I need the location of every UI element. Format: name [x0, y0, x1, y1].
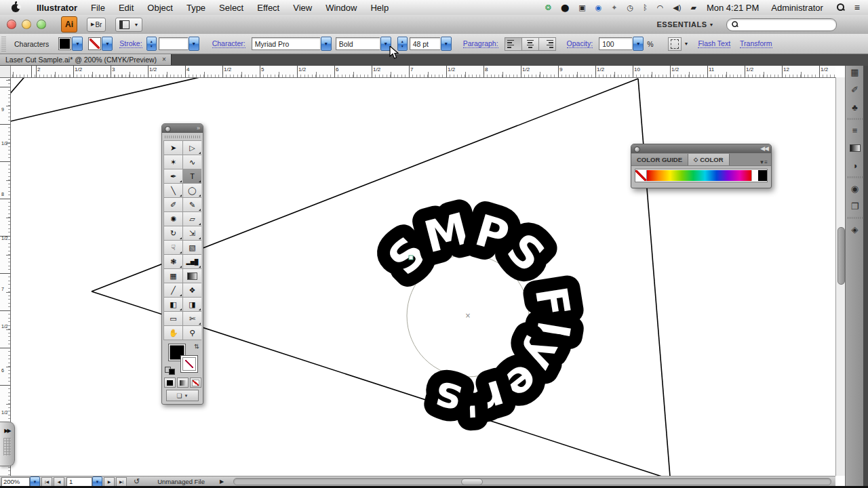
apple-menu-icon[interactable] — [11, 3, 20, 12]
dock-grip-dots[interactable] — [846, 116, 864, 121]
align-left-button[interactable] — [505, 37, 522, 51]
volume-icon[interactable]: ◀) — [668, 0, 686, 15]
arrange-documents-button[interactable]: ▼ — [115, 18, 142, 32]
panel-collapse-icon[interactable]: ◀◀ — [760, 144, 768, 153]
collapsed-panel-drawer[interactable]: ▶▶ — [0, 422, 15, 466]
horizontal-scrollbar[interactable] — [233, 478, 831, 485]
artboard-number-field[interactable]: 1 — [66, 477, 92, 487]
menu-help[interactable]: Help — [363, 3, 395, 13]
symbols-panel-icon[interactable]: ♣ — [846, 98, 864, 116]
dock-grip-dots[interactable] — [846, 174, 864, 180]
document-tab[interactable]: Laser Cut Sample.ai* @ 200% (CMYK/Previe… — [0, 54, 172, 65]
menu-effect[interactable]: Effect — [250, 3, 286, 13]
panel-close-dot-icon[interactable] — [165, 126, 171, 132]
none-paint-button[interactable] — [190, 378, 201, 388]
color-paint-button[interactable] — [164, 378, 176, 388]
fill-color-dropdown[interactable]: ▼ — [72, 37, 83, 51]
artwork-path-segment[interactable] — [10, 77, 27, 94]
battery-icon[interactable]: ▰ — [686, 0, 701, 15]
artboard-dropdown[interactable]: ▼ — [92, 476, 102, 487]
black-swatch[interactable] — [758, 170, 767, 181]
menu-illustrator[interactable]: Illustrator — [30, 3, 84, 13]
stroke-color-dropdown[interactable]: ▼ — [102, 37, 113, 51]
close-window-button[interactable] — [7, 20, 16, 29]
panel-collapse-icon[interactable]: » — [197, 124, 200, 133]
panel-menu-icon[interactable]: ▼≡ — [755, 159, 771, 165]
direct-selection-tool[interactable]: ▷ — [183, 141, 201, 155]
recolor-artwork-button[interactable] — [668, 37, 682, 51]
none-color-swatch[interactable] — [635, 170, 647, 181]
opacity-panel-link[interactable]: Opacity: — [567, 39, 593, 48]
selection-tool[interactable]: ➤ — [164, 141, 182, 155]
previous-artboard-button[interactable]: ◀ — [54, 477, 64, 487]
bluetooth-icon[interactable]: ᛒ — [638, 0, 652, 15]
font-size-combo[interactable]: 48 pt ▼ — [410, 37, 452, 50]
stroke-weight-combo[interactable]: ▼ — [159, 37, 199, 50]
file-status-label[interactable]: Unmanaged File — [157, 478, 205, 485]
eraser-tool[interactable]: ▱ — [183, 212, 201, 226]
document-tab-close-icon[interactable]: × — [162, 56, 166, 63]
paintbrush-tool[interactable]: ✐ — [164, 198, 182, 211]
recolor-dropdown-caret[interactable]: ▼ — [684, 41, 688, 46]
menu-window[interactable]: Window — [319, 3, 363, 13]
menu-edit[interactable]: Edit — [112, 3, 140, 13]
warp-tool[interactable]: ☟ — [164, 241, 182, 254]
lasso-tool[interactable]: ∿ — [183, 155, 201, 169]
rotate-tool[interactable]: ↻ — [164, 226, 182, 240]
stroke-proxy-swatch[interactable] — [180, 355, 198, 373]
app-search-input[interactable] — [726, 18, 837, 31]
color-spectrum-bar[interactable] — [635, 169, 768, 182]
dock-edge[interactable] — [863, 58, 868, 486]
ellipse-tool[interactable]: ◯ — [183, 184, 201, 197]
font-style-combo[interactable]: Bold ▼ — [336, 37, 391, 50]
wifi-icon[interactable]: ◠ — [652, 0, 669, 15]
pen-tool[interactable]: ✒ — [164, 169, 182, 183]
display-icon[interactable]: ▣ — [574, 0, 590, 15]
type-tool[interactable]: T — [183, 169, 201, 183]
gradient-panel-icon[interactable] — [846, 139, 864, 157]
panel-grip-dots[interactable] — [165, 134, 200, 139]
layers-panel-icon[interactable]: ◈ — [846, 220, 864, 238]
graphic-styles-panel-icon[interactable]: ❐ — [846, 197, 864, 215]
spotlight-icon[interactable] — [837, 3, 845, 12]
mesh-tool[interactable]: ▦ — [164, 269, 182, 283]
menu-file[interactable]: File — [84, 3, 112, 13]
notification-center-icon[interactable]: ≡ — [852, 2, 868, 13]
spectrum-ramp[interactable] — [647, 170, 751, 181]
appearance-panel-icon[interactable]: ◉ — [846, 180, 864, 197]
zoom-window-button[interactable] — [37, 20, 46, 29]
anchor-point[interactable] — [409, 256, 413, 260]
menu-bar-clock[interactable]: Mon 4:21 PM — [701, 3, 764, 13]
drawing-modes-button[interactable]: ❏▼ — [166, 390, 199, 401]
character-panel-link[interactable]: Character: — [212, 39, 245, 48]
last-artboard-button[interactable]: ▶| — [116, 477, 127, 487]
panel-close-dot-icon[interactable] — [634, 146, 640, 152]
artboard-canvas[interactable]: SMPS Flyer's× — [10, 77, 835, 476]
expand-drawer-icon[interactable]: ▶▶ — [0, 428, 14, 434]
notifications-icon[interactable]: ✦ — [606, 0, 622, 15]
eyedropper-tool[interactable]: ╱ — [164, 283, 182, 297]
align-center-button[interactable] — [521, 37, 539, 51]
logo-circular-text[interactable]: SMPS Flyer's — [378, 203, 580, 426]
gradient-tool[interactable] — [183, 269, 201, 283]
transparency-panel-icon[interactable]: ◑ — [846, 157, 864, 174]
artboard-tool[interactable]: ▭ — [164, 312, 182, 325]
default-fill-stroke-icon[interactable] — [165, 367, 175, 375]
vertical-scrollbar[interactable] — [835, 77, 846, 476]
go-to-bridge-button[interactable]: ▶Br — [87, 18, 106, 32]
zoom-level-dropdown[interactable]: ▼ — [30, 476, 40, 487]
zoom-level-field[interactable]: 200% — [1, 477, 30, 487]
brushes-panel-icon[interactable]: ✐ — [846, 81, 864, 98]
transform-panel-link[interactable]: Transform — [740, 39, 772, 48]
history-icon[interactable]: ↺ — [134, 477, 140, 486]
stroke-color-swatch[interactable] — [88, 37, 101, 50]
align-right-button[interactable] — [538, 37, 556, 51]
sharing-status-icon[interactable]: ❂ — [540, 0, 556, 15]
stroke-panel-icon[interactable]: ≡ — [846, 121, 864, 139]
tab-color-guide[interactable]: COLOR GUIDE — [631, 154, 688, 165]
flash-text-link[interactable]: Flash Text — [698, 39, 730, 48]
stroke-weight-stepper[interactable]: ▲▼ — [146, 37, 157, 51]
live-paint-bucket-tool[interactable]: ◧ — [164, 298, 182, 311]
horizontal-scrollbar-thumb[interactable] — [461, 479, 483, 485]
free-transform-tool[interactable]: ▧ — [183, 241, 201, 254]
